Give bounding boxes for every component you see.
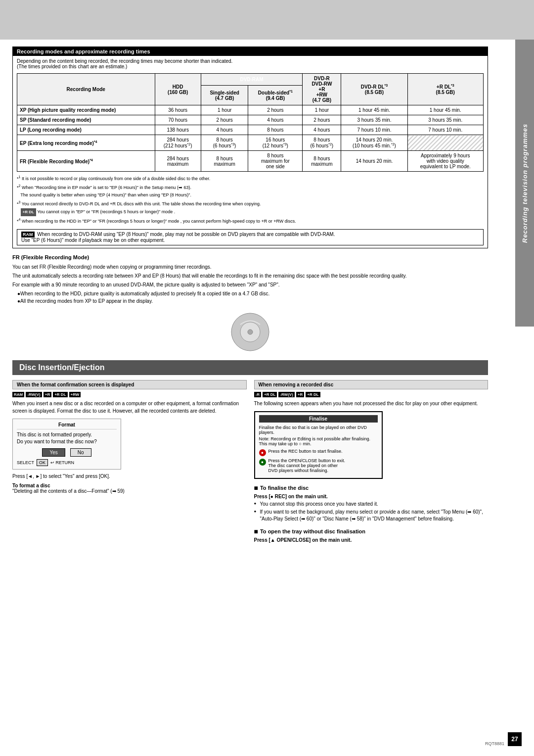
ep-rdl (407, 135, 484, 151)
lp-double: 8 hours (248, 125, 303, 135)
sp-dvdrdl: 3 hours 35 min. (341, 115, 407, 125)
open-tray-title: ■ To open the tray without disc finalisa… (254, 527, 489, 535)
footnotes: *1 It is not possible to record or play … (17, 175, 484, 225)
to-format: To format a disc "Deleting all the conte… (12, 483, 247, 494)
badge-plus-r: +R (44, 392, 51, 397)
mode-fr: FR (Flexible Recording Mode)*4 (17, 151, 155, 172)
badge-rdl3: +R DL (306, 392, 320, 397)
right-badges: -R +R DL -RW(V) +R +R DL (254, 392, 489, 397)
open-tray-section: ■ To open the tray without disc finalisa… (254, 527, 489, 543)
format-buttons: Yes No (17, 448, 117, 457)
table-row: EP (Extra long recording mode)*4 284 hou… (17, 135, 484, 151)
sp-double: 4 hours (248, 115, 303, 125)
return-icon: ↩ RETURN (50, 460, 74, 465)
ep-double: 16 hours(12 hours*3) (248, 135, 303, 151)
badge-plusr: +R (296, 392, 304, 397)
ram-note: RAM When recording to DVD-RAM using "EP … (17, 229, 484, 245)
col-single: Single-sided(4.7 GB) (201, 86, 248, 105)
format-line2: Do you want to format the disc now? (17, 439, 117, 444)
ok-icon: OK (37, 459, 48, 466)
col-rdl: +R DL*3(8.5 GB) (407, 74, 484, 105)
finalise-title: Finalise (259, 415, 378, 423)
right-col-text: The following screen appears when you ha… (254, 400, 489, 407)
xp-hdd: 36 hours (155, 105, 201, 115)
col-dvdr: DVD-RDVD-RW+R+RW(4.7 GB) (303, 74, 341, 105)
sp-single: 2 hours (201, 115, 248, 125)
mode-lp: LP (Long recording mode) (17, 125, 155, 135)
badge-rwv: -RW(V) (26, 392, 42, 397)
disc-svg (230, 312, 270, 352)
press-open: Press [▲ OPEN/CLOSE] on the main unit. (254, 537, 489, 543)
to-finalise-title: ■ To finalise the disc (254, 484, 489, 492)
sp-hdd: 70 hours (155, 115, 201, 125)
xp-dvdrdl: 1 hour 45 min. (341, 105, 407, 115)
square-icon: ■ (254, 484, 258, 492)
left-subsection-title: When the format confirmation screen is d… (12, 380, 247, 389)
finalise-note: Note: Recording or Editing is not possib… (259, 436, 378, 446)
lp-single: 4 hours (201, 125, 248, 135)
rec-icon: ● (259, 449, 266, 456)
to-format-text: "Deleting all the contents of a disc—For… (12, 488, 247, 494)
yes-button[interactable]: Yes (42, 448, 65, 457)
xp-single: 1 hour (201, 105, 248, 115)
footnote-2b: The sound quality is better when using "… (17, 192, 484, 199)
finalise-bullet1: You cannot stop this process once you ha… (254, 501, 489, 508)
xp-dvdr: 1 hour (303, 105, 341, 115)
footnote-2: *2 When "Recording time in EP mode" is s… (17, 184, 484, 191)
footnote-3b: +R DL You cannot copy in "EP" or "FR (re… (17, 208, 484, 216)
fr-single: 8 hoursmaximum (201, 151, 248, 172)
fr-bullet1: ●When recording to the HDD, picture qual… (17, 290, 488, 297)
no-button[interactable]: No (70, 448, 91, 457)
recording-section-title: Recording modes and approximate recordin… (13, 47, 488, 56)
fr-title: FR (Flexible Recording Mode) (12, 253, 488, 262)
mode-ep: EP (Extra long recording mode)*4 (17, 135, 155, 151)
left-col-text: When you insert a new disc or a disc rec… (12, 400, 247, 415)
control-row: SELECT OK ↩ RETURN (17, 459, 117, 466)
col-dvdrdl: DVD-R DL*3(8.5 GB) (341, 74, 407, 105)
finalise-bullet2: If you want to set the background, play … (254, 509, 489, 522)
open-tray-label: To open the tray without disc finalisati… (260, 528, 365, 534)
fr-para3: For example with a 90 minute recording t… (12, 281, 488, 288)
ep-hdd: 284 hours(212 hours*2) (155, 135, 201, 151)
left-badges: RAM -RW(V) +R +R DL +RW (12, 392, 247, 397)
svg-point-2 (248, 330, 253, 334)
press-info: Press [◄, ►] to select "Yes" and press [… (12, 473, 247, 479)
sp-dvdr: 2 hours (303, 115, 341, 125)
table-row: FR (Flexible Recording Mode)*4 284 hours… (17, 151, 484, 172)
format-line1: This disc is not formatted properly. (17, 432, 117, 437)
finalise-item1-text: Press the REC button to start finalise. (268, 449, 343, 454)
format-screen: Format This disc is not formatted proper… (12, 419, 121, 470)
intro-line2: (The times provided on this chart are an… (17, 64, 484, 69)
lp-rdl: 7 hours 10 min. (407, 125, 484, 135)
col-mode: Recording Mode (17, 74, 155, 105)
col-double: Double-sided*1(9.4 GB) (248, 86, 303, 105)
ep-dvdrdl: 14 hours 20 min.(10 hours 45 min.*2) (341, 135, 407, 151)
page-number: 27 (508, 732, 522, 746)
fr-double: 8 hoursmaximum forone side (248, 151, 303, 172)
footnote-4: *4 When recording to the HDD in "EP" or … (17, 217, 484, 225)
main-content: Recording modes and approximate recordin… (0, 40, 515, 551)
lp-dvdr: 4 hours (303, 125, 341, 135)
col-hdd: HDD(160 GB) (155, 74, 201, 105)
mode-xp: XP (High picture quality recording mode) (17, 105, 155, 115)
to-finalise-label: To finalise the disc (260, 485, 309, 491)
open-icon: ● (259, 459, 266, 466)
fr-para1: You can set FR (Flexible Recording) mode… (12, 263, 488, 271)
recording-table: Recording Mode HDD(160 GB) DVD-RAM DVD-R… (17, 73, 484, 172)
intro-line1: Depending on the content being recorded,… (17, 58, 484, 64)
square-icon2: ■ (254, 527, 258, 535)
finalise-item1: ● Press the REC button to start finalise… (259, 449, 378, 456)
lp-hdd: 138 hours (155, 125, 201, 135)
fr-rdl: Approximately 9 hourswith video qualitye… (407, 151, 484, 172)
fr-para2: The unit automatically selects a recordi… (12, 272, 488, 280)
model-number: RQT8881 (485, 741, 504, 746)
badge-ram: RAM (12, 392, 24, 397)
col-dvdram-group: DVD-RAM (201, 74, 302, 86)
right-label: Recording television programmes (515, 40, 534, 327)
finalise-screen: Finalise Finalise the disc so that is ca… (254, 411, 383, 479)
ep-dvdr: 8 hours(6 hours*2) (303, 135, 341, 151)
sp-rdl: 3 hours 35 min. (407, 115, 484, 125)
table-row: LP (Long recording mode) 138 hours 4 hou… (17, 125, 484, 135)
ep-single: 8 hours(6 hours*3) (201, 135, 248, 151)
badge-r: -R (254, 392, 261, 397)
